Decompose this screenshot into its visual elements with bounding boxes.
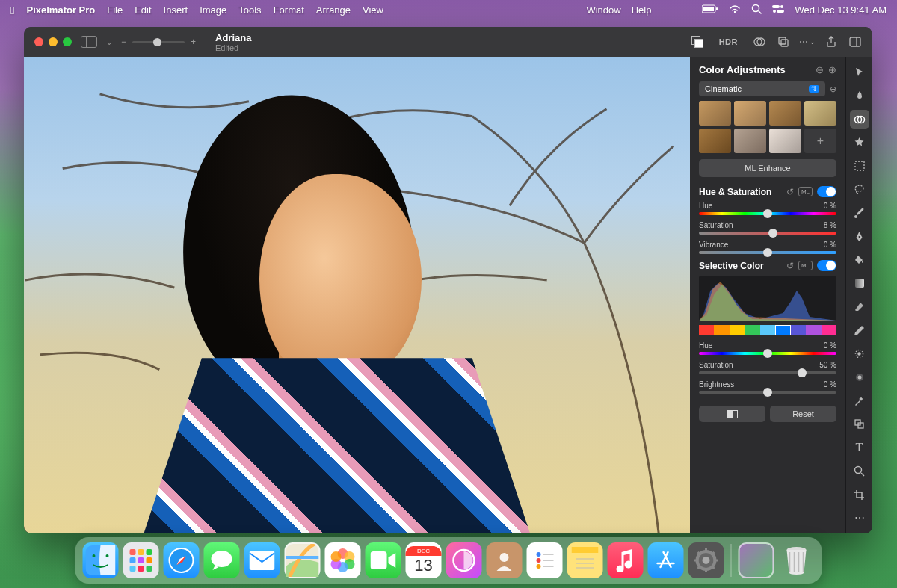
dock-calendar-icon[interactable]: DEC13 — [406, 542, 442, 578]
split-view-button[interactable] — [699, 406, 765, 422]
duplicate-icon[interactable] — [777, 35, 790, 49]
blur-tool-icon[interactable] — [850, 368, 869, 386]
dock-contacts-icon[interactable] — [487, 542, 523, 578]
dock-messages-icon[interactable] — [204, 542, 240, 578]
ml-badge[interactable]: ML — [798, 187, 813, 196]
dock-mail-icon[interactable] — [244, 542, 280, 578]
color-swatch[interactable] — [760, 325, 775, 335]
color-swatch[interactable] — [745, 325, 759, 335]
color-swatch[interactable] — [775, 325, 790, 335]
preset-select[interactable]: Cinematic ⇅ — [699, 81, 825, 96]
sidebar-chevron-icon[interactable]: ⌄ — [106, 38, 112, 46]
dock-reminders-icon[interactable] — [527, 542, 563, 578]
reset-section-icon[interactable]: ↺ — [786, 187, 794, 197]
canvas[interactable] — [24, 57, 690, 533]
more-options-icon[interactable]: ⋯⌄ — [801, 35, 814, 49]
hue-sat-saturation-slider[interactable] — [699, 232, 836, 235]
wifi-icon[interactable] — [729, 4, 741, 16]
dock-safari-icon[interactable] — [164, 542, 200, 578]
pencil-tool-icon[interactable] — [850, 321, 869, 339]
preset-thumb[interactable] — [734, 129, 766, 153]
selective-hue-slider[interactable] — [699, 352, 836, 355]
selective-saturation-slider[interactable] — [699, 371, 836, 374]
ml-badge[interactable]: ML — [798, 261, 813, 270]
effects-icon[interactable] — [753, 35, 766, 49]
preset-thumb[interactable] — [804, 101, 836, 126]
color-swatch[interactable] — [791, 325, 806, 335]
fullscreen-button[interactable] — [63, 37, 72, 46]
preset-thumb[interactable] — [769, 101, 801, 126]
smudge-tool-icon[interactable] — [850, 344, 869, 363]
hdr-button[interactable]: HDR — [715, 36, 742, 48]
zoom-tool-icon[interactable] — [850, 462, 869, 480]
dock-appstore-icon[interactable] — [648, 542, 684, 578]
dock-facetime-icon[interactable] — [366, 542, 401, 578]
menu-image[interactable]: Image — [200, 4, 226, 16]
zoom-in-button[interactable]: + — [191, 37, 196, 47]
brush-tool-icon[interactable] — [850, 203, 869, 222]
menubar-clock[interactable]: Wed Dec 13 9:41 AM — [795, 4, 887, 16]
zoom-slider[interactable] — [132, 41, 185, 43]
menu-file[interactable]: File — [107, 4, 123, 16]
spotlight-icon[interactable] — [751, 4, 762, 16]
effects-tool-icon[interactable] — [850, 133, 869, 152]
gradient-tool-icon[interactable] — [850, 274, 869, 293]
marquee-tool-icon[interactable] — [850, 157, 869, 176]
minimize-button[interactable] — [49, 37, 58, 46]
compare-icon[interactable] — [691, 35, 704, 49]
dock-finder-icon[interactable] — [83, 542, 119, 578]
sidebar-toggle-icon[interactable] — [81, 36, 97, 48]
color-swatch[interactable] — [822, 325, 836, 335]
dock-trash-icon[interactable] — [779, 542, 815, 578]
preset-thumb[interactable] — [769, 129, 801, 153]
reset-button[interactable]: Reset — [770, 406, 836, 422]
add-preset-button[interactable]: + — [804, 129, 836, 153]
preset-thumb[interactable] — [734, 101, 766, 126]
battery-icon[interactable] — [702, 4, 718, 16]
color-swatch[interactable] — [714, 325, 729, 335]
menu-tools[interactable]: Tools — [238, 4, 261, 16]
menu-insert[interactable]: Insert — [164, 4, 188, 16]
arrow-tool-icon[interactable] — [850, 63, 869, 81]
color-swatch[interactable] — [699, 325, 714, 335]
zoom-out-button[interactable]: − — [121, 37, 126, 47]
wand-tool-icon[interactable] — [850, 392, 869, 410]
crop-tool-icon[interactable] — [850, 485, 869, 504]
reset-section-icon[interactable]: ↺ — [786, 261, 794, 271]
panel-more-icon[interactable]: ⊖ — [816, 64, 824, 75]
menu-view[interactable]: View — [363, 4, 383, 16]
preset-thumb[interactable] — [699, 101, 731, 126]
type-tool-icon[interactable]: T — [850, 439, 869, 457]
preset-more-icon[interactable]: ⊖ — [830, 84, 836, 94]
color-adjustments-tool-icon[interactable] — [850, 110, 869, 129]
hue-sat-hue-slider[interactable] — [699, 212, 836, 215]
color-swatch[interactable] — [730, 325, 745, 335]
dock-desktop-icon[interactable] — [739, 542, 774, 578]
dock-photos-icon[interactable] — [325, 542, 361, 578]
selective-brightness-slider[interactable] — [699, 391, 836, 394]
selective-color-toggle[interactable] — [817, 260, 836, 271]
menu-help[interactable]: Help — [632, 4, 652, 16]
menu-edit[interactable]: Edit — [135, 4, 151, 16]
panel-add-icon[interactable]: ⊕ — [828, 64, 836, 75]
share-icon[interactable] — [824, 35, 838, 49]
fill-tool-icon[interactable] — [850, 250, 869, 269]
dock-pixelmator-icon[interactable] — [446, 542, 482, 578]
menu-arrange[interactable]: Arrange — [316, 4, 351, 16]
inspector-icon[interactable] — [848, 35, 862, 49]
clone-tool-icon[interactable] — [850, 415, 869, 433]
apple-menu-icon[interactable]:  — [10, 4, 14, 16]
menu-format[interactable]: Format — [274, 4, 304, 16]
more-tools-icon[interactable]: ⋯ — [850, 509, 869, 527]
style-tool-icon[interactable] — [850, 86, 869, 105]
menu-window[interactable]: Window — [586, 4, 620, 16]
close-button[interactable] — [34, 37, 43, 46]
hue-saturation-toggle[interactable] — [817, 186, 836, 197]
erase-tool-icon[interactable] — [850, 297, 869, 316]
pen-tool-icon[interactable] — [850, 227, 869, 246]
hue-sat-vibrance-slider[interactable] — [699, 251, 836, 254]
dock-launchpad-icon[interactable] — [123, 542, 159, 578]
control-center-icon[interactable] — [772, 4, 784, 16]
dock-music-icon[interactable] — [608, 542, 644, 578]
dock-notes-icon[interactable] — [567, 542, 603, 578]
